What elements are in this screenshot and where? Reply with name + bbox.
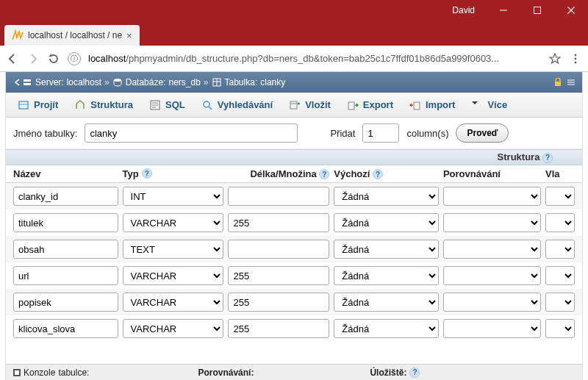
column-attributes-select[interactable] [545,187,575,206]
column-collation-select[interactable] [443,213,541,232]
column-collation-select[interactable] [443,187,541,206]
console-bar: Konzole tabulce: Porovnávání: Úložiště: … [6,364,582,380]
column-default-select[interactable]: Žádná [334,240,439,259]
column-type-select[interactable]: VARCHAR [123,319,224,338]
column-attributes-select[interactable] [545,266,575,285]
bookmark-button[interactable] [548,52,562,65]
nav-forward-button[interactable] [26,52,40,65]
table-row: VARCHARŽádná [6,209,582,236]
table-row: VARCHARŽádná [6,315,582,342]
nav-back-button[interactable] [6,52,19,65]
structure-banner-label: Struktura [498,151,540,162]
column-name-input[interactable] [13,319,118,338]
column-collation-select[interactable] [443,293,541,312]
footer-table-text: tabulce: [58,368,89,378]
column-type-select[interactable]: INT [123,187,224,206]
breadcrumb-server[interactable]: Server: localhost [22,77,101,87]
breadcrumb-db-label: Databáze: [126,77,166,87]
tab-import-label: Import [426,99,455,110]
table-row: TEXTŽádná [6,236,582,262]
column-default-select[interactable]: Žádná [334,293,439,312]
nav-toggle-icon[interactable] [12,77,22,87]
insert-icon [289,99,301,111]
column-attributes-select[interactable] [545,319,575,338]
column-type-select[interactable]: VARCHAR [123,293,224,312]
column-length-input[interactable] [228,266,329,285]
tab-sql[interactable]: SQL [142,96,193,114]
column-name-input[interactable] [13,213,118,232]
column-default-select[interactable]: Žádná [334,213,439,232]
breadcrumb-table-label: Tabulka: [225,77,258,87]
chevron-down-icon [471,99,483,111]
footer-collation-label: Porovnávání: [198,368,254,378]
go-button[interactable]: Proveď [456,123,509,143]
site-info-icon[interactable]: ⓘ [68,52,81,65]
svg-rect-13 [555,82,561,86]
tab-structure[interactable]: Struktura [67,96,140,114]
browser-menu-button[interactable] [569,52,582,65]
help-icon[interactable]: ? [409,368,420,378]
svg-rect-28 [414,102,420,110]
column-name-input[interactable] [13,187,118,206]
svg-point-4 [575,54,577,56]
tab-import[interactable]: Import [402,96,462,114]
breadcrumb-database[interactable]: Databáze: ners_db [112,77,201,87]
column-default-select[interactable]: Žádná [334,319,439,338]
window-maximize-button[interactable] [520,0,554,21]
tab-more[interactable]: Více [464,96,514,114]
help-icon[interactable]: ? [373,169,383,179]
column-default-select[interactable]: Žádná [334,266,439,285]
page-menu-icon[interactable] [566,77,576,87]
tab-export[interactable]: Export [340,96,401,114]
column-name-input[interactable] [13,293,118,312]
tab-sql-label: SQL [165,99,185,110]
tab-search[interactable]: Vyhledávání [194,96,280,114]
column-type-select[interactable]: TEXT [123,240,224,259]
breadcrumb-server-value: localhost [67,77,101,87]
column-collation-select[interactable] [443,319,541,338]
help-icon[interactable]: ? [319,169,329,179]
window-close-button[interactable] [554,0,588,21]
tab-browse[interactable]: Projít [10,96,65,114]
breadcrumb-server-label: Server: [35,77,64,87]
help-icon[interactable]: ? [142,168,152,179]
column-length-input[interactable] [228,187,329,206]
console-toggle[interactable]: Konzole [13,368,55,378]
tab-close-icon[interactable]: × [126,30,132,41]
help-icon[interactable]: ? [542,153,553,163]
tab-browse-label: Projít [34,99,58,110]
column-attributes-select[interactable] [545,213,575,232]
column-type-select[interactable]: VARCHAR [123,213,224,232]
column-length-input[interactable] [228,293,329,312]
arrow-left-icon [7,53,18,65]
column-length-input[interactable] [228,319,329,338]
tab-insert[interactable]: Vložit [282,96,338,114]
tab-structure-label: Struktura [90,99,133,110]
breadcrumb-table[interactable]: Tabulka: clanky [212,77,286,87]
star-icon [549,53,561,65]
address-url[interactable]: localhost/phpmyadmin/db_structure.php?db… [88,53,541,64]
column-name-input[interactable] [13,240,118,259]
browser-tab-title: localhost / localhost / ne [28,30,122,40]
add-columns-input[interactable] [362,123,399,143]
table-name-input[interactable] [85,123,298,143]
column-collation-select[interactable] [443,266,541,285]
column-collation-select[interactable] [443,240,541,259]
column-length-input[interactable] [228,240,329,259]
browser-tab[interactable]: localhost / localhost / ne × [4,25,140,46]
column-default-select[interactable]: Žádná [334,187,439,206]
svg-rect-7 [24,79,31,82]
tab-export-label: Export [363,99,393,110]
column-attributes-select[interactable] [545,240,575,259]
column-length-input[interactable] [228,213,329,232]
column-type-select[interactable]: VARCHAR [123,266,224,285]
lock-icon[interactable] [553,77,563,87]
breadcrumb-sep: » [204,77,209,87]
svg-rect-25 [290,101,297,109]
column-name-input[interactable] [13,266,118,285]
nav-reload-button[interactable] [47,52,60,65]
url-host: localhost [88,53,126,64]
maximize-icon [534,7,541,14]
column-attributes-select[interactable] [545,293,575,312]
window-minimize-button[interactable] [487,0,520,21]
